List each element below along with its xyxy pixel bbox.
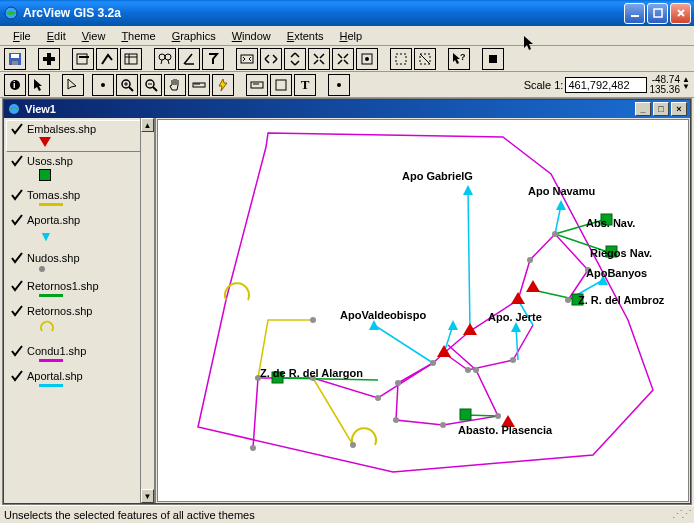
zoom-in-fixed-button[interactable] [308, 48, 330, 70]
query-builder-button[interactable] [202, 48, 224, 70]
maximize-button[interactable] [647, 3, 668, 24]
menu-graphics[interactable]: Graphics [165, 29, 223, 43]
theme-item[interactable]: Aportal.shp [6, 367, 152, 392]
text-button[interactable] [270, 74, 292, 96]
add-theme-button[interactable] [38, 48, 60, 70]
app-title: ArcView GIS 3.2a [23, 6, 624, 20]
view-icon [7, 102, 21, 116]
menu-window[interactable]: Window [225, 29, 278, 43]
scroll-down-icon[interactable]: ▼ [141, 489, 154, 503]
legend-editor-button[interactable] [96, 48, 118, 70]
theme-item[interactable]: Retornos1.shp [6, 277, 152, 302]
pan-button[interactable] [164, 74, 186, 96]
menu-theme[interactable]: Theme [114, 29, 162, 43]
theme-label: Condu1.shp [27, 345, 86, 357]
statusbar: Unselects the selected features of all a… [0, 505, 694, 523]
zoom-selected-button[interactable] [284, 48, 306, 70]
measure-button[interactable] [188, 74, 210, 96]
zoom-out-fixed-button[interactable] [332, 48, 354, 70]
text-T-button[interactable]: T [294, 74, 316, 96]
theme-item[interactable]: Embalses.shp [6, 120, 152, 152]
identify-button[interactable]: i [4, 74, 26, 96]
close-button[interactable] [670, 3, 691, 24]
theme-item[interactable]: Usos.shp [6, 152, 152, 186]
check-icon[interactable] [11, 345, 23, 357]
zoom-in-button[interactable] [116, 74, 138, 96]
check-icon[interactable] [11, 214, 23, 226]
theme-item[interactable]: Condu1.shp [6, 342, 152, 367]
svg-rect-4 [11, 54, 19, 58]
svg-point-14 [165, 54, 171, 60]
check-icon[interactable] [11, 155, 23, 167]
map-canvas[interactable]: Apo GabrielGApo NavamuAbs. Nav.Riegos Na… [157, 119, 689, 502]
label-button[interactable] [246, 74, 268, 96]
svg-point-68 [527, 257, 533, 263]
locate-button[interactable] [178, 48, 200, 70]
svg-point-60 [250, 445, 256, 451]
theme-item[interactable]: Retornos.shp [6, 302, 152, 342]
docwin-minimize-button[interactable]: _ [635, 102, 651, 116]
zoom-full-button[interactable] [236, 48, 258, 70]
map-label: ApoBanyos [586, 267, 647, 279]
zoom-themes-button[interactable] [260, 48, 282, 70]
map-label: Abs. Nav. [586, 217, 635, 229]
toc-panel: Embalses.shpUsos.shpTomas.shpAporta.shp▼… [4, 118, 156, 503]
theme-item[interactable]: Nudos.shp [6, 249, 152, 277]
map-label: Z. R. del Ambroz [578, 294, 664, 306]
hotlink-button[interactable] [212, 74, 234, 96]
menu-help[interactable]: Help [333, 29, 370, 43]
check-icon[interactable] [11, 280, 23, 292]
theme-item[interactable]: Aporta.shp▼ [6, 211, 152, 249]
toolbar-main: ? [0, 46, 694, 72]
check-icon[interactable] [11, 123, 23, 135]
docwin-maximize-button[interactable]: □ [653, 102, 669, 116]
svg-rect-1 [631, 15, 639, 17]
open-table-button[interactable] [120, 48, 142, 70]
zoom-previous-button[interactable] [356, 48, 378, 70]
svg-point-64 [495, 413, 501, 419]
menu-extents[interactable]: Extents [280, 29, 331, 43]
svg-line-15 [161, 60, 162, 64]
check-icon[interactable] [11, 305, 23, 317]
docwin-close-button[interactable]: × [671, 102, 687, 116]
theme-props-button[interactable] [72, 48, 94, 70]
svg-line-22 [420, 54, 430, 64]
svg-point-66 [510, 357, 516, 363]
app-icon [3, 5, 19, 21]
menu-edit[interactable]: Edit [40, 29, 73, 43]
check-icon[interactable] [11, 370, 23, 382]
save-button[interactable] [4, 48, 26, 70]
theme-label: Usos.shp [27, 155, 73, 167]
stop-button[interactable] [482, 48, 504, 70]
check-icon[interactable] [11, 252, 23, 264]
minimize-button[interactable] [624, 3, 645, 24]
help-pointer-button[interactable]: ? [448, 48, 470, 70]
scale-input[interactable] [565, 77, 647, 93]
toc-scrollbar[interactable]: ▲ ▼ [140, 118, 154, 503]
svg-point-62 [393, 417, 399, 423]
svg-line-16 [168, 60, 169, 64]
map-label: ApoValdeobispo [340, 309, 426, 321]
scroll-up-icon[interactable]: ▲ [141, 118, 154, 132]
zoom-out-button[interactable] [140, 74, 162, 96]
draw-point-button[interactable] [328, 74, 350, 96]
theme-symbol [39, 169, 147, 181]
svg-rect-17 [241, 55, 253, 63]
pointer-button[interactable] [28, 74, 50, 96]
resize-grip-icon[interactable]: ⋰⋰ [672, 508, 690, 521]
map-label: Abasto. Plasencia [458, 424, 552, 436]
docwin-titlebar[interactable]: View1 _ □ × [4, 100, 690, 118]
svg-rect-10 [125, 54, 137, 64]
add-feature-button[interactable] [92, 74, 114, 96]
vertex-edit-button[interactable] [62, 74, 84, 96]
clear-selection-button[interactable] [414, 48, 436, 70]
menu-view[interactable]: View [75, 29, 113, 43]
svg-rect-2 [654, 9, 662, 17]
map-label: Apo. Jerte [488, 311, 542, 323]
select-features-button[interactable] [390, 48, 412, 70]
find-button[interactable] [154, 48, 176, 70]
theme-item[interactable]: Tomas.shp [6, 186, 152, 211]
menu-file[interactable]: File [6, 29, 38, 43]
check-icon[interactable] [11, 189, 23, 201]
svg-point-71 [565, 297, 571, 303]
